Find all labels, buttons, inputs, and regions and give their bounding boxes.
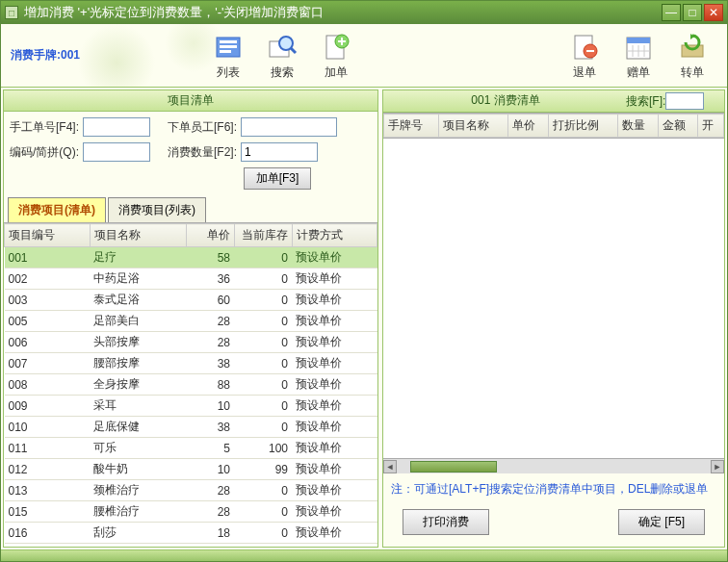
h-scrollbar[interactable]: ◄ ► <box>383 458 724 473</box>
right-panel: 001 消费清单 搜索[F]: 手牌号 项目名称 单价 打折比例 数量 金额 开 <box>382 89 725 548</box>
manual-label: 手工单号[F4]: <box>10 119 79 136</box>
tab-items-list[interactable]: 消费项目(清单) <box>8 197 106 222</box>
scroll-left-icon[interactable]: ◄ <box>383 460 397 473</box>
rcol-price[interactable]: 单价 <box>508 115 549 138</box>
titlebar: □ 增加消费 '+'光标定位到消费数量，'-'关闭增加消费窗口 — □ ✕ <box>1 1 727 24</box>
qty-label: 消费数量[F2]: <box>168 144 237 161</box>
scroll-right-icon[interactable]: ► <box>711 460 724 473</box>
add-label: 加单 <box>325 64 348 81</box>
consume-grid-body[interactable] <box>383 138 724 458</box>
transfer-button[interactable]: 转单 <box>665 32 719 83</box>
table-row[interactable]: 010足底保健380预设单价 <box>5 417 377 438</box>
gift-label: 赠单 <box>627 64 650 81</box>
items-grid[interactable]: 项目编号 项目名称 单价 当前库存 计费方式 001足疗580预设单价002中药… <box>4 222 377 547</box>
print-button[interactable]: 打印消费 <box>403 509 489 535</box>
rcol-name[interactable]: 项目名称 <box>438 115 507 138</box>
left-panel-title: 项目清单 <box>4 90 377 112</box>
scroll-thumb[interactable] <box>410 461 497 473</box>
minimize-button[interactable]: — <box>662 4 681 21</box>
table-row[interactable]: 005足部美白280预设单价 <box>5 311 377 332</box>
ok-button[interactable]: 确定 [F5] <box>618 509 705 535</box>
right-title-text: 001 消费清单 <box>385 92 626 110</box>
app-icon: □ <box>5 6 18 19</box>
table-row[interactable]: 001足疗580预设单价 <box>5 247 377 268</box>
table-row[interactable]: 801801包间00* <box>5 544 377 548</box>
footer-strip <box>1 549 727 561</box>
transfer-icon <box>677 32 708 63</box>
table-row[interactable]: 016刮莎180预设单价 <box>5 523 377 544</box>
list-label: 列表 <box>217 64 240 81</box>
code-label: 编码/简拼(Q): <box>10 144 79 161</box>
rcol-amount[interactable]: 金额 <box>658 115 698 138</box>
table-row[interactable]: 002中药足浴360预设单价 <box>5 268 377 290</box>
col-calc[interactable]: 计费方式 <box>292 224 377 247</box>
consume-grid-header: 手牌号 项目名称 单价 打折比例 数量 金额 开 <box>383 113 724 138</box>
col-code[interactable]: 项目编号 <box>5 224 91 247</box>
rcol-open[interactable]: 开 <box>698 115 724 138</box>
ticket-label: 消费手牌:001 <box>11 45 80 64</box>
close-button[interactable]: ✕ <box>704 4 723 21</box>
table-row[interactable]: 013颈椎治疗280预设单价 <box>5 480 377 501</box>
svg-rect-17 <box>682 45 703 57</box>
tab-items-table[interactable]: 消费项目(列表) <box>108 197 206 222</box>
svg-rect-3 <box>220 50 231 53</box>
window-title: 增加消费 '+'光标定位到消费数量，'-'关闭增加消费窗口 <box>24 4 660 21</box>
qty-input[interactable] <box>241 142 318 162</box>
search-mini-input[interactable] <box>665 92 704 110</box>
table-row[interactable]: 007腰部按摩380预设单价 <box>5 353 377 374</box>
search-icon <box>267 32 298 63</box>
add-icon <box>321 32 351 63</box>
maximize-button[interactable]: □ <box>683 4 702 21</box>
return-button[interactable]: 退单 <box>558 32 611 83</box>
rcol-qty[interactable]: 数量 <box>617 115 658 138</box>
table-row[interactable]: 006头部按摩280预设单价 <box>5 332 377 353</box>
toolbar: 消费手牌:001 列表 搜索 加单 退单 <box>1 24 727 88</box>
svg-line-6 <box>291 48 296 53</box>
list-icon <box>213 32 244 63</box>
calendar-icon <box>623 32 654 63</box>
svg-point-5 <box>279 37 293 50</box>
code-input[interactable] <box>83 142 150 162</box>
emp-label: 下单员工[F6]: <box>168 119 237 136</box>
search-mini-label: 搜索[F]: <box>626 93 665 110</box>
rcol-ticket[interactable]: 手牌号 <box>384 115 439 138</box>
hint-note: 注：可通过[ALT+F]搜索定位消费清单中项目，DEL删除或退单 <box>383 473 724 501</box>
col-name[interactable]: 项目名称 <box>90 224 186 247</box>
add-button[interactable]: 加单 <box>309 32 363 83</box>
table-row[interactable]: 003泰式足浴600预设单价 <box>5 290 377 311</box>
search-label: 搜索 <box>271 64 294 81</box>
right-panel-title: 001 消费清单 搜索[F]: <box>383 90 724 113</box>
return-icon <box>569 32 600 63</box>
table-row[interactable]: 009采耳100预设单价 <box>5 396 377 417</box>
svg-rect-12 <box>627 38 650 43</box>
table-row[interactable]: 011可乐5100预设单价 <box>5 438 377 459</box>
return-label: 退单 <box>573 64 596 81</box>
left-panel: 项目清单 手工单号[F4]: 下单员工[F6]: 编码/简拼(Q): 消费数量[… <box>3 89 378 548</box>
svg-rect-1 <box>220 40 237 43</box>
manual-input[interactable] <box>83 117 150 137</box>
rcol-discount[interactable]: 打折比例 <box>548 115 617 138</box>
list-button[interactable]: 列表 <box>201 32 255 83</box>
col-price[interactable]: 单价 <box>186 224 234 247</box>
emp-input[interactable] <box>241 117 337 137</box>
col-stock[interactable]: 当前库存 <box>234 224 292 247</box>
search-button[interactable]: 搜索 <box>255 32 309 83</box>
add-order-button[interactable]: 加单[F3] <box>244 167 312 190</box>
svg-rect-2 <box>220 45 237 48</box>
gift-button[interactable]: 赠单 <box>611 32 665 83</box>
table-row[interactable]: 015腰椎治疗280预设单价 <box>5 501 377 523</box>
table-row[interactable]: 008全身按摩880预设单价 <box>5 374 377 396</box>
transfer-label: 转单 <box>681 64 704 81</box>
table-row[interactable]: 012酸牛奶1099预设单价 <box>5 459 377 480</box>
